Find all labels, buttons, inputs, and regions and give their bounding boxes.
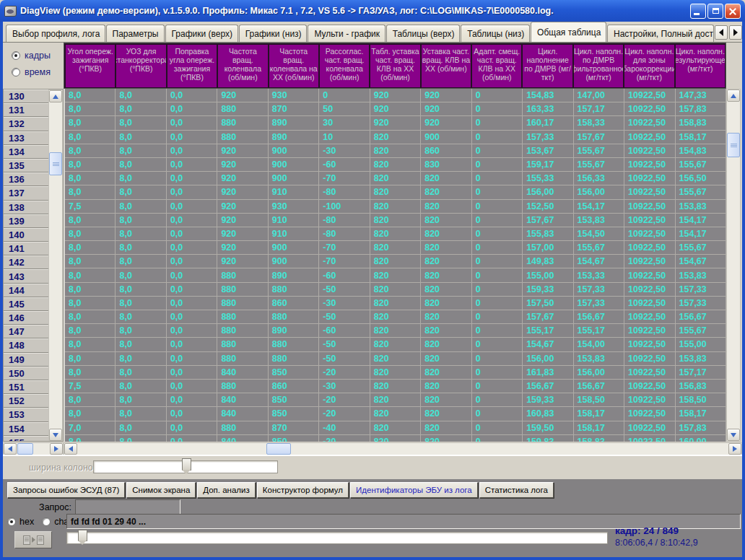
table-cell[interactable]: 870 <box>269 421 319 434</box>
table-cell[interactable]: 820 <box>370 158 421 171</box>
table-cell[interactable]: 0 <box>472 366 523 379</box>
scroll-right-button[interactable] <box>50 443 63 455</box>
table-cell[interactable]: 0,0 <box>167 172 217 185</box>
table-cell[interactable]: 0,0 <box>167 435 217 442</box>
table-cell[interactable]: 8,0 <box>116 352 166 365</box>
table-cell[interactable]: 10922,50 <box>624 172 675 185</box>
row-number[interactable]: 143 <box>4 269 48 283</box>
table-cell[interactable]: 154,17 <box>676 214 726 227</box>
table-cell[interactable]: 8,0 <box>65 310 116 323</box>
table-cell[interactable]: 820 <box>421 297 471 310</box>
table-cell[interactable]: 0 <box>472 214 523 227</box>
table-cell[interactable]: 0,0 <box>167 214 217 227</box>
table-cell[interactable]: 153,67 <box>523 144 573 157</box>
table-cell[interactable]: 10922,50 <box>624 297 675 310</box>
table-hscroll[interactable] <box>64 442 742 455</box>
table-cell[interactable]: 8,0 <box>116 297 166 310</box>
table-cell[interactable]: 8,0 <box>116 227 166 240</box>
table-cell[interactable]: 8,0 <box>65 255 116 268</box>
table-cell[interactable]: 920 <box>217 158 268 171</box>
scroll-left-button[interactable] <box>4 443 17 455</box>
table-cell[interactable]: 10922,50 <box>624 89 675 102</box>
table-cell[interactable]: -80 <box>319 214 370 227</box>
row-number[interactable]: 131 <box>4 103 48 117</box>
table-cell[interactable]: 920 <box>421 89 471 102</box>
table-row[interactable]: 8,08,00,0920900-608208300159,17155,67109… <box>65 158 726 172</box>
table-cell[interactable]: 840 <box>217 435 268 442</box>
table-cell[interactable]: 158,50 <box>574 393 624 406</box>
table-cell[interactable]: 820 <box>370 338 421 351</box>
tab-4[interactable]: Графики (низ) <box>239 25 308 42</box>
table-cell[interactable]: 820 <box>370 200 421 213</box>
tab-3[interactable]: Графики (верх) <box>165 25 238 42</box>
table-cell[interactable]: 10922,50 <box>624 185 675 198</box>
table-cell[interactable]: -50 <box>319 310 370 323</box>
table-cell[interactable]: 0,0 <box>167 268 217 281</box>
table-cell[interactable]: 0,0 <box>167 380 217 393</box>
table-cell[interactable]: -60 <box>319 324 370 337</box>
table-row[interactable]: 7,08,00,0880870-408208200159,50158,17109… <box>65 421 726 435</box>
table-cell[interactable]: 154,17 <box>676 227 726 240</box>
table-cell[interactable]: 0 <box>472 131 523 144</box>
table-cell[interactable]: 156,00 <box>523 352 573 365</box>
table-cell[interactable]: 10922,50 <box>624 435 675 442</box>
table-cell[interactable]: 920 <box>421 116 471 129</box>
table-cell[interactable]: 8,0 <box>65 144 116 157</box>
table-cell[interactable]: 155,67 <box>676 241 726 254</box>
rownum-hscroll-thumb[interactable] <box>17 443 33 455</box>
row-number[interactable]: 136 <box>4 172 48 186</box>
table-cell[interactable]: 8,0 <box>116 116 166 129</box>
table-cell[interactable]: 8,0 <box>116 283 166 296</box>
table-cell[interactable]: 0 <box>472 185 523 198</box>
table-cell[interactable]: 8,0 <box>116 393 166 406</box>
table-cell[interactable]: 890 <box>269 116 319 129</box>
row-number[interactable]: 154 <box>4 422 48 436</box>
table-cell[interactable]: 820 <box>421 310 471 323</box>
table-cell[interactable]: 8,0 <box>116 268 166 281</box>
table-cell[interactable]: 8,0 <box>116 89 166 102</box>
table-cell[interactable]: 0,0 <box>167 241 217 254</box>
table-cell[interactable]: 163,33 <box>523 102 573 115</box>
table-cell[interactable]: 880 <box>217 102 268 115</box>
table-cell[interactable]: 0,0 <box>167 297 217 310</box>
table-cell[interactable]: 820 <box>370 393 421 406</box>
table-cell[interactable]: 8,0 <box>65 366 116 379</box>
scroll-down-button[interactable] <box>49 429 62 441</box>
table-cell[interactable]: 820 <box>370 241 421 254</box>
table-cell[interactable]: 153,83 <box>574 214 624 227</box>
table-cell[interactable]: -80 <box>319 227 370 240</box>
table-cell[interactable]: 0 <box>472 393 523 406</box>
table-cell[interactable]: 820 <box>421 435 471 442</box>
table-cell[interactable]: 160,00 <box>676 435 726 442</box>
table-cell[interactable]: 154,67 <box>523 338 573 351</box>
table-cell[interactable]: 890 <box>269 268 319 281</box>
row-number[interactable]: 132 <box>4 117 48 131</box>
table-cell[interactable]: 157,83 <box>676 102 726 115</box>
table-cell[interactable]: 157,17 <box>574 102 624 115</box>
table-cell[interactable]: 900 <box>421 131 471 144</box>
table-cell[interactable]: 920 <box>217 214 268 227</box>
table-cell[interactable]: 930 <box>269 200 319 213</box>
table-cell[interactable]: 0,0 <box>167 158 217 171</box>
table-cell[interactable]: 153,33 <box>574 268 624 281</box>
table-row[interactable]: 8,08,00,0880890309209200160,17158,331092… <box>65 116 726 130</box>
table-cell[interactable]: 0,0 <box>167 366 217 379</box>
table-cell[interactable]: 10922,50 <box>624 116 675 129</box>
table-cell[interactable]: 870 <box>269 102 319 115</box>
frames-radio[interactable]: кадры <box>12 51 64 61</box>
row-number[interactable]: 138 <box>4 201 48 214</box>
table-cell[interactable]: 0 <box>319 89 370 102</box>
scroll-down-button[interactable] <box>727 429 740 441</box>
table-cell[interactable]: 155,00 <box>676 338 726 351</box>
table-cell[interactable]: 50 <box>319 102 370 115</box>
table-row[interactable]: 8,08,00,0920910-808208200156,00156,00109… <box>65 185 726 199</box>
table-cell[interactable]: 158,83 <box>676 116 726 129</box>
table-vscroll[interactable] <box>726 89 741 442</box>
table-cell[interactable]: 0,0 <box>167 227 217 240</box>
table-cell[interactable]: 156,67 <box>574 310 624 323</box>
row-number[interactable]: 147 <box>4 325 48 338</box>
table-cell[interactable]: 900 <box>269 255 319 268</box>
table-cell[interactable]: 159,83 <box>523 435 573 442</box>
bottom-button-4[interactable]: Конструктор формул <box>257 482 349 498</box>
table-cell[interactable]: 8,0 <box>65 227 116 240</box>
